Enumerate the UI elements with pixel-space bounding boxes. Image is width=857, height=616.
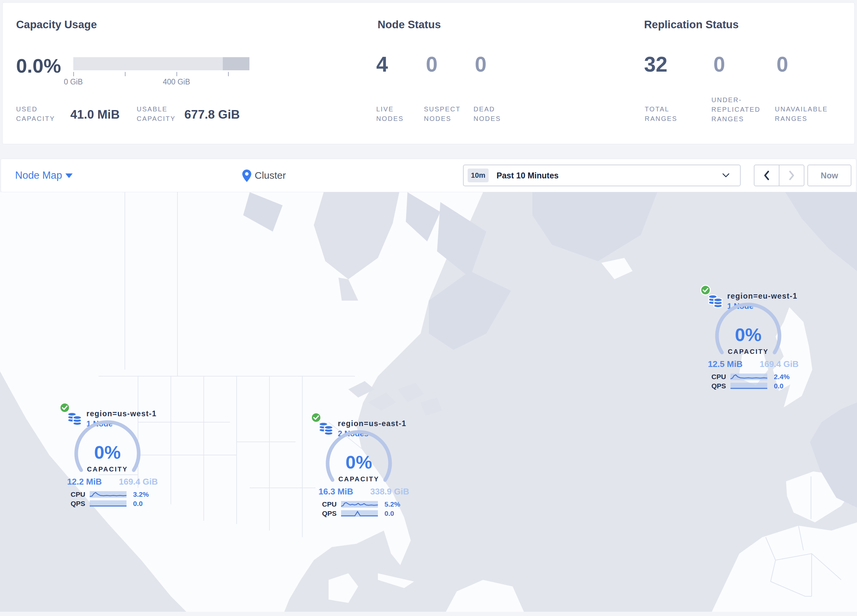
gauge-tick-label-0: 0 GiB	[54, 77, 93, 86]
chevron-right-icon	[788, 170, 795, 181]
under-replicated-label: UNDER-REPLICATED RANGES	[712, 95, 777, 124]
live-nodes-label: LIVE NODES	[376, 105, 419, 124]
total-capacity: 169.4 GiB	[112, 477, 165, 487]
capacity-percent: 0%	[692, 324, 804, 345]
time-range-select[interactable]: 10m Past 10 Minutes	[463, 165, 741, 186]
used-capacity-value: 41.0 MiB	[70, 108, 120, 122]
time-range-value: Past 10 Minutes	[497, 165, 558, 185]
capacity-percent: 0%	[303, 451, 415, 473]
gauge-tick	[125, 72, 125, 76]
total-ranges-label: TOTAL RANGES	[645, 105, 691, 124]
used-capacity-label: USED CAPACITY	[16, 105, 60, 124]
cpu-value: 2.4%	[774, 373, 790, 381]
qps-value: 0.0	[774, 382, 783, 390]
capacity-gauge-bar	[73, 57, 249, 70]
now-button[interactable]: Now	[807, 165, 851, 186]
cpu-value: 3.2%	[133, 491, 149, 499]
map-bottom-edge	[0, 612, 857, 616]
total-ranges-count: 32	[644, 52, 667, 77]
qps-label: QPS	[322, 509, 337, 517]
chevron-down-icon	[722, 173, 730, 178]
total-capacity: 338.9 GiB	[364, 486, 416, 497]
cluster-summary-panel: Capacity Usage 0.0% 0 GiB 400 GiB USED C…	[2, 2, 855, 144]
capacity-gauge-dark-segment	[223, 57, 249, 70]
region-marker-us-west-1[interactable]: region=us-west-1 1 Node 0% CAPACITY 12.2…	[52, 398, 163, 511]
qps-value: 0.0	[133, 500, 142, 508]
capacity-percent: 0%	[52, 442, 163, 463]
cpu-sparkline	[341, 501, 378, 508]
capacity-label: CAPACITY	[692, 348, 804, 355]
cpu-value: 5.2%	[384, 500, 400, 508]
region-marker-eu-west-1[interactable]: region=eu-west-1 1 Node 0% CAPACITY 12.5…	[692, 280, 804, 393]
gauge-tick-label-400: 400 GiB	[157, 77, 196, 86]
time-range-badge: 10m	[467, 168, 489, 182]
chevron-down-icon	[65, 173, 73, 178]
view-selector-node-map[interactable]: Node Map	[15, 159, 62, 192]
qps-value: 0.0	[384, 509, 394, 517]
cpu-sparkline	[90, 491, 127, 498]
unavailable-count: 0	[777, 52, 788, 77]
dead-nodes-count: 0	[475, 52, 487, 77]
capacity-usage-title: Capacity Usage	[16, 19, 97, 31]
gauge-tick	[176, 72, 177, 76]
suspect-nodes-label: SUSPECT NODES	[424, 105, 475, 124]
used-capacity: 12.5 MiB	[699, 359, 752, 369]
time-back-button[interactable]	[755, 165, 779, 185]
chevron-left-icon	[763, 170, 770, 181]
qps-label: QPS	[712, 382, 726, 390]
dead-nodes-label: DEAD NODES	[473, 105, 516, 124]
capacity-label: CAPACITY	[52, 466, 163, 473]
cpu-label: CPU	[712, 373, 726, 381]
capacity-percent: 0.0%	[16, 54, 61, 77]
breadcrumb-cluster[interactable]: Cluster	[255, 159, 286, 192]
cpu-sparkline	[730, 374, 767, 380]
time-forward-button[interactable]	[779, 165, 804, 185]
qps-label: QPS	[71, 500, 85, 508]
map-toolbar: Node Map Cluster 10m Past 10 Minutes Now	[1, 159, 856, 192]
usable-capacity-value: 677.8 GiB	[184, 108, 240, 122]
replication-status-title: Replication Status	[644, 19, 739, 31]
qps-sparkline	[730, 383, 767, 389]
total-capacity: 169.4 GiB	[753, 359, 805, 369]
capacity-label: CAPACITY	[303, 476, 415, 483]
suspect-nodes-count: 0	[426, 52, 438, 77]
under-replicated-count: 0	[713, 52, 725, 77]
time-step-buttons	[754, 165, 804, 186]
usable-capacity-label: USABLE CAPACITY	[137, 105, 184, 124]
cpu-label: CPU	[322, 500, 337, 508]
used-capacity: 16.3 MiB	[309, 486, 362, 497]
unavailable-label: UNAVAILABLE RANGES	[775, 105, 852, 124]
gauge-tick	[228, 72, 229, 76]
live-nodes-count: 4	[376, 52, 388, 77]
qps-sparkline	[341, 510, 378, 517]
region-marker-us-east-1[interactable]: region=us-east-1 2 Nodes 0% CAPACITY 16.…	[303, 408, 415, 521]
map-pin-icon	[242, 170, 251, 182]
used-capacity: 12.2 MiB	[58, 477, 111, 487]
qps-sparkline	[90, 500, 127, 507]
gauge-tick	[73, 72, 74, 76]
node-status-title: Node Status	[377, 19, 441, 31]
cpu-label: CPU	[71, 491, 85, 499]
